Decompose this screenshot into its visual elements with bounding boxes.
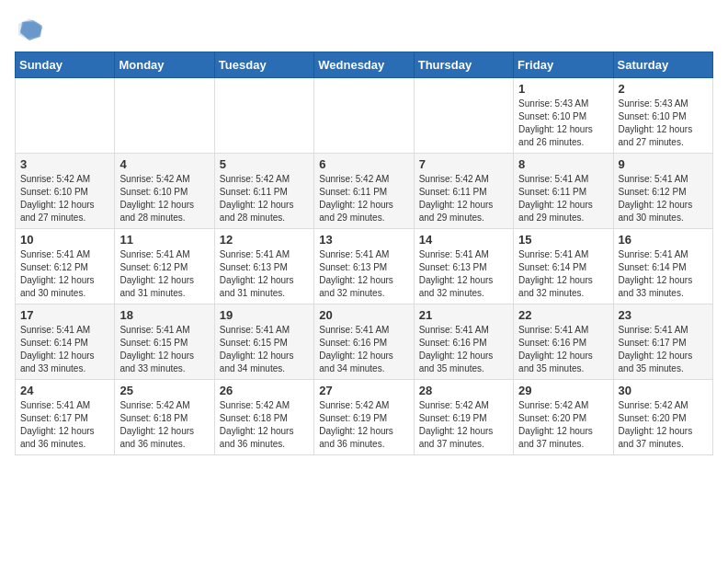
calendar-cell: 8Sunrise: 5:41 AM Sunset: 6:11 PM Daylig… (514, 154, 613, 229)
day-number: 17 (20, 308, 109, 322)
calendar-cell: 2Sunrise: 5:43 AM Sunset: 6:10 PM Daylig… (613, 78, 712, 154)
day-number: 12 (220, 233, 309, 247)
day-info: Sunrise: 5:42 AM Sunset: 6:10 PM Dayligh… (119, 173, 209, 224)
day-header-tuesday: Tuesday (214, 52, 313, 78)
logo-icon (15, 15, 44, 44)
calendar-week-2: 3Sunrise: 5:42 AM Sunset: 6:10 PM Daylig… (16, 154, 713, 229)
day-header-wednesday: Wednesday (314, 52, 414, 78)
calendar-cell: 15Sunrise: 5:41 AM Sunset: 6:14 PM Dayli… (514, 229, 613, 304)
day-info: Sunrise: 5:41 AM Sunset: 6:15 PM Dayligh… (119, 324, 209, 375)
day-info: Sunrise: 5:42 AM Sunset: 6:18 PM Dayligh… (119, 399, 209, 451)
calendar-cell: 19Sunrise: 5:41 AM Sunset: 6:15 PM Dayli… (214, 304, 313, 380)
calendar-cell: 9Sunrise: 5:41 AM Sunset: 6:12 PM Daylig… (613, 154, 712, 229)
day-number: 28 (419, 384, 508, 397)
day-info: Sunrise: 5:42 AM Sunset: 6:11 PM Dayligh… (419, 173, 508, 224)
calendar-cell: 28Sunrise: 5:42 AM Sunset: 6:19 PM Dayli… (414, 380, 513, 455)
day-info: Sunrise: 5:41 AM Sunset: 6:13 PM Dayligh… (220, 248, 309, 300)
calendar-header-row: SundayMondayTuesdayWednesdayThursdayFrid… (16, 52, 713, 78)
day-number: 4 (119, 157, 209, 171)
day-number: 19 (220, 308, 309, 322)
day-header-saturday: Saturday (613, 52, 712, 78)
day-number: 3 (20, 157, 109, 171)
day-number: 25 (119, 384, 209, 397)
calendar-cell: 16Sunrise: 5:41 AM Sunset: 6:14 PM Dayli… (613, 229, 712, 304)
day-info: Sunrise: 5:41 AM Sunset: 6:13 PM Dayligh… (419, 248, 508, 300)
day-info: Sunrise: 5:42 AM Sunset: 6:18 PM Dayligh… (220, 399, 309, 451)
day-info: Sunrise: 5:42 AM Sunset: 6:11 PM Dayligh… (220, 173, 309, 224)
day-number: 14 (419, 233, 508, 247)
calendar-cell: 3Sunrise: 5:42 AM Sunset: 6:10 PM Daylig… (16, 154, 115, 229)
day-number: 11 (119, 233, 209, 247)
day-number: 1 (518, 82, 608, 96)
day-number: 5 (220, 157, 309, 171)
day-number: 7 (419, 157, 508, 171)
calendar-week-1: 1Sunrise: 5:43 AM Sunset: 6:10 PM Daylig… (16, 78, 713, 154)
day-number: 26 (220, 384, 309, 397)
day-number: 24 (20, 384, 109, 397)
day-number: 22 (518, 308, 608, 322)
day-header-monday: Monday (115, 52, 214, 78)
day-number: 6 (319, 157, 408, 171)
day-number: 2 (619, 82, 708, 96)
calendar-cell (16, 78, 115, 154)
day-info: Sunrise: 5:41 AM Sunset: 6:14 PM Dayligh… (619, 248, 708, 300)
calendar-cell: 26Sunrise: 5:42 AM Sunset: 6:18 PM Dayli… (214, 380, 313, 455)
day-info: Sunrise: 5:41 AM Sunset: 6:12 PM Dayligh… (119, 248, 209, 300)
calendar-cell: 29Sunrise: 5:42 AM Sunset: 6:20 PM Dayli… (514, 380, 613, 455)
day-number: 10 (20, 233, 109, 247)
day-info: Sunrise: 5:42 AM Sunset: 6:19 PM Dayligh… (419, 399, 508, 451)
calendar-cell: 6Sunrise: 5:42 AM Sunset: 6:11 PM Daylig… (314, 154, 414, 229)
day-info: Sunrise: 5:42 AM Sunset: 6:10 PM Dayligh… (20, 173, 109, 224)
day-number: 18 (119, 308, 209, 322)
calendar-cell: 4Sunrise: 5:42 AM Sunset: 6:10 PM Daylig… (115, 154, 214, 229)
calendar-cell: 10Sunrise: 5:41 AM Sunset: 6:12 PM Dayli… (16, 229, 115, 304)
calendar-cell: 23Sunrise: 5:41 AM Sunset: 6:17 PM Dayli… (613, 304, 712, 380)
calendar-cell: 24Sunrise: 5:41 AM Sunset: 6:17 PM Dayli… (16, 380, 115, 455)
day-number: 13 (319, 233, 408, 247)
calendar-cell (115, 78, 214, 154)
day-info: Sunrise: 5:41 AM Sunset: 6:16 PM Dayligh… (319, 324, 408, 375)
day-info: Sunrise: 5:43 AM Sunset: 6:10 PM Dayligh… (619, 98, 708, 149)
day-header-friday: Friday (514, 52, 613, 78)
day-info: Sunrise: 5:42 AM Sunset: 6:11 PM Dayligh… (319, 173, 408, 224)
day-info: Sunrise: 5:42 AM Sunset: 6:20 PM Dayligh… (619, 399, 708, 451)
day-info: Sunrise: 5:41 AM Sunset: 6:17 PM Dayligh… (20, 399, 109, 451)
calendar-cell (414, 78, 513, 154)
calendar-cell (314, 78, 414, 154)
calendar-cell: 25Sunrise: 5:42 AM Sunset: 6:18 PM Dayli… (115, 380, 214, 455)
day-number: 27 (319, 384, 408, 397)
day-info: Sunrise: 5:43 AM Sunset: 6:10 PM Dayligh… (518, 98, 608, 149)
calendar-cell: 20Sunrise: 5:41 AM Sunset: 6:16 PM Dayli… (314, 304, 414, 380)
day-info: Sunrise: 5:41 AM Sunset: 6:11 PM Dayligh… (518, 173, 608, 224)
day-number: 15 (518, 233, 608, 247)
day-number: 9 (619, 157, 708, 171)
calendar-week-3: 10Sunrise: 5:41 AM Sunset: 6:12 PM Dayli… (16, 229, 713, 304)
calendar-cell: 13Sunrise: 5:41 AM Sunset: 6:13 PM Dayli… (314, 229, 414, 304)
day-info: Sunrise: 5:42 AM Sunset: 6:19 PM Dayligh… (319, 399, 408, 451)
day-info: Sunrise: 5:41 AM Sunset: 6:12 PM Dayligh… (20, 248, 109, 300)
day-number: 30 (619, 384, 708, 397)
day-info: Sunrise: 5:41 AM Sunset: 6:16 PM Dayligh… (518, 324, 608, 375)
day-number: 23 (619, 308, 708, 322)
calendar-cell: 12Sunrise: 5:41 AM Sunset: 6:13 PM Dayli… (214, 229, 313, 304)
day-info: Sunrise: 5:41 AM Sunset: 6:12 PM Dayligh… (619, 173, 708, 224)
day-info: Sunrise: 5:41 AM Sunset: 6:14 PM Dayligh… (20, 324, 109, 375)
calendar-cell: 22Sunrise: 5:41 AM Sunset: 6:16 PM Dayli… (514, 304, 613, 380)
calendar-cell: 18Sunrise: 5:41 AM Sunset: 6:15 PM Dayli… (115, 304, 214, 380)
calendar-cell: 1Sunrise: 5:43 AM Sunset: 6:10 PM Daylig… (514, 78, 613, 154)
calendar-week-5: 24Sunrise: 5:41 AM Sunset: 6:17 PM Dayli… (16, 380, 713, 455)
day-info: Sunrise: 5:42 AM Sunset: 6:20 PM Dayligh… (518, 399, 608, 451)
day-number: 21 (419, 308, 508, 322)
day-number: 16 (619, 233, 708, 247)
day-info: Sunrise: 5:41 AM Sunset: 6:14 PM Dayligh… (518, 248, 608, 300)
day-info: Sunrise: 5:41 AM Sunset: 6:17 PM Dayligh… (619, 324, 708, 375)
calendar-cell: 21Sunrise: 5:41 AM Sunset: 6:16 PM Dayli… (414, 304, 513, 380)
calendar-cell: 30Sunrise: 5:42 AM Sunset: 6:20 PM Dayli… (613, 380, 712, 455)
day-header-sunday: Sunday (16, 52, 115, 78)
day-number: 8 (518, 157, 608, 171)
day-info: Sunrise: 5:41 AM Sunset: 6:16 PM Dayligh… (419, 324, 508, 375)
calendar-cell: 14Sunrise: 5:41 AM Sunset: 6:13 PM Dayli… (414, 229, 513, 304)
logo (15, 15, 48, 44)
calendar-week-4: 17Sunrise: 5:41 AM Sunset: 6:14 PM Dayli… (16, 304, 713, 380)
calendar-cell: 5Sunrise: 5:42 AM Sunset: 6:11 PM Daylig… (214, 154, 313, 229)
